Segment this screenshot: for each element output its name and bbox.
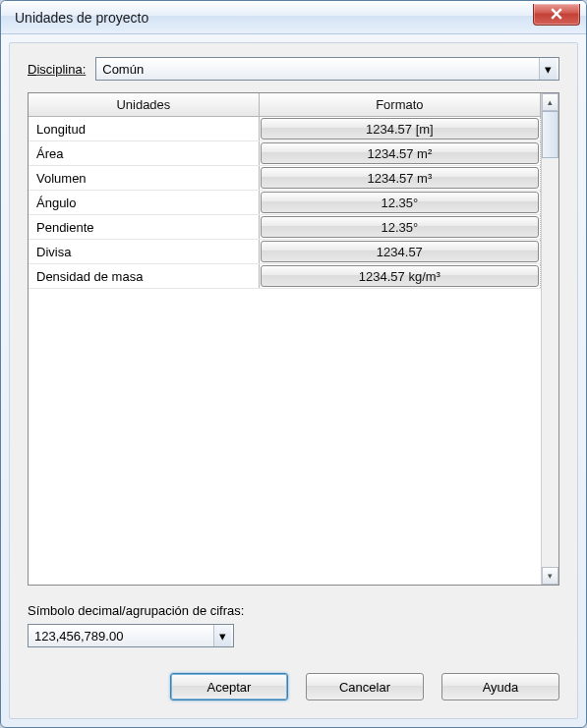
- format-button[interactable]: 12.35°: [261, 216, 539, 238]
- chevron-down-icon: ▾: [539, 58, 557, 80]
- chevron-down-icon: ▾: [213, 625, 231, 646]
- format-button[interactable]: 1234.57 [m]: [261, 118, 539, 140]
- unit-cell[interactable]: Divisa: [29, 240, 259, 264]
- discipline-value: Común: [102, 62, 144, 77]
- format-cell: 12.35°: [259, 191, 540, 215]
- cancel-button[interactable]: Cancelar: [306, 673, 424, 700]
- unit-cell[interactable]: Volumen: [29, 166, 259, 191]
- discipline-label: Disciplina:: [28, 62, 86, 77]
- help-button[interactable]: Ayuda: [441, 673, 559, 700]
- discipline-combo[interactable]: Común ▾: [95, 57, 559, 81]
- format-cell: 12.35°: [259, 215, 540, 240]
- ok-button[interactable]: Aceptar: [170, 673, 288, 700]
- client-area: Disciplina: Común ▾ Unidades Formato Lon…: [9, 42, 578, 719]
- scroll-track[interactable]: [542, 158, 558, 567]
- table-row: Pendiente12.35°: [29, 215, 541, 240]
- close-icon: [551, 8, 562, 20]
- vertical-scrollbar[interactable]: ▴ ▾: [541, 93, 558, 585]
- format-cell: 1234.57: [259, 240, 540, 264]
- unit-cell[interactable]: Área: [29, 141, 259, 166]
- scroll-thumb[interactable]: [542, 111, 558, 158]
- table-row: Ángulo12.35°: [29, 191, 541, 215]
- format-cell: 1234.57 [m]: [259, 117, 540, 141]
- format-cell: 1234.57 m³: [259, 166, 540, 191]
- format-button[interactable]: 1234.57 kg/m³: [261, 265, 539, 287]
- scroll-down-icon[interactable]: ▾: [542, 567, 558, 585]
- window-title: Unidades de proyecto: [15, 10, 533, 26]
- format-button[interactable]: 1234.57 m³: [261, 167, 539, 189]
- table-row: Volumen1234.57 m³: [29, 166, 541, 191]
- unit-cell[interactable]: Densidad de masa: [29, 264, 259, 289]
- unit-cell[interactable]: Ángulo: [29, 191, 259, 215]
- decimal-label: Símbolo decimal/agrupación de cifras:: [28, 603, 559, 618]
- decimal-combo[interactable]: 123,456,789.00 ▾: [28, 624, 234, 647]
- units-table-container: Unidades Formato Longitud1234.57 [m]Área…: [28, 92, 559, 586]
- format-cell: 1234.57 m²: [259, 141, 540, 166]
- decimal-value: 123,456,789.00: [34, 629, 123, 644]
- table-row: Densidad de masa1234.57 kg/m³: [29, 264, 541, 289]
- col-header-format[interactable]: Formato: [259, 93, 540, 117]
- format-button[interactable]: 1234.57: [261, 241, 539, 262]
- format-button[interactable]: 1234.57 m²: [261, 142, 539, 164]
- format-button[interactable]: 12.35°: [261, 192, 539, 213]
- close-button[interactable]: [533, 4, 580, 26]
- title-bar: Unidades de proyecto: [1, 1, 586, 34]
- discipline-row: Disciplina: Común ▾: [28, 57, 559, 81]
- unit-cell[interactable]: Longitud: [29, 117, 259, 141]
- project-units-dialog: Unidades de proyecto Disciplina: Común ▾…: [0, 0, 587, 728]
- table-row: Divisa1234.57: [29, 240, 541, 264]
- col-header-units[interactable]: Unidades: [29, 93, 259, 117]
- table-row: Área1234.57 m²: [29, 141, 541, 166]
- unit-cell[interactable]: Pendiente: [29, 215, 259, 240]
- dialog-buttons: Aceptar Cancelar Ayuda: [28, 647, 559, 700]
- table-row: Longitud1234.57 [m]: [29, 117, 541, 141]
- format-cell: 1234.57 kg/m³: [259, 264, 540, 289]
- units-table: Unidades Formato Longitud1234.57 [m]Área…: [29, 93, 541, 289]
- decimal-group: Símbolo decimal/agrupación de cifras: 12…: [28, 603, 559, 647]
- scroll-up-icon[interactable]: ▴: [542, 93, 558, 111]
